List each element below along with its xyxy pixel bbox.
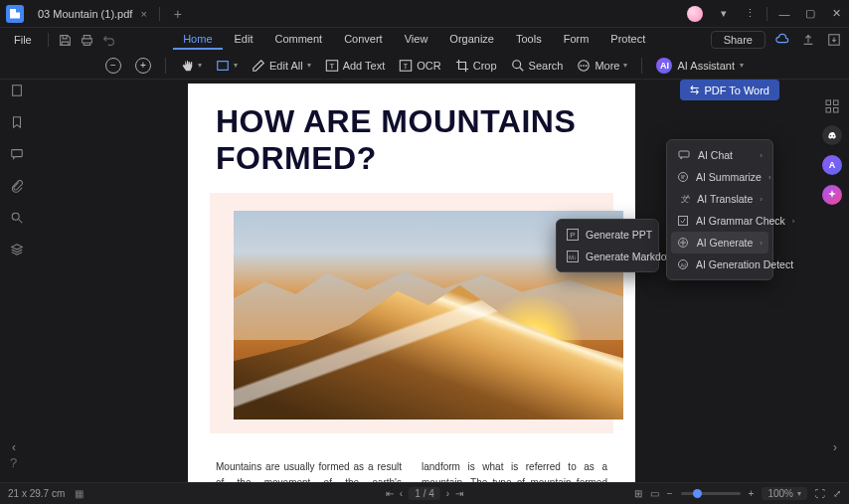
page-indicator[interactable]: 1 / 4 <box>409 487 440 500</box>
layers-icon[interactable] <box>8 241 26 258</box>
tab-convert[interactable]: Convert <box>334 30 393 50</box>
share-button[interactable]: Share <box>711 31 765 49</box>
ai-chat-item[interactable]: AI Chat› <box>671 144 768 166</box>
svg-text:AI: AI <box>680 262 686 268</box>
grid-view-icon[interactable] <box>823 97 841 115</box>
close-window-button[interactable]: ✕ <box>823 0 849 28</box>
menubar: File Home Edit Comment Convert View Orga… <box>0 28 849 52</box>
generate-ppt-item[interactable]: P Generate PPT <box>561 224 654 246</box>
column-2: landform is what is referred to as a mou… <box>422 459 607 482</box>
ai-sidebar-icon[interactable]: A <box>822 155 842 175</box>
search-panel-icon[interactable] <box>8 209 26 227</box>
save-icon[interactable] <box>57 31 75 49</box>
tab-home[interactable]: Home <box>173 30 222 50</box>
left-sidebar <box>0 80 34 482</box>
ai-assistant-button[interactable]: AIAI Assistant▾ <box>652 56 747 76</box>
chevron-right-icon: › <box>760 151 763 160</box>
chat-icon <box>677 148 691 162</box>
undo-icon[interactable] <box>100 31 118 49</box>
search-tool[interactable]: Search <box>507 57 568 75</box>
ai-grammar-label: AI Grammar Check <box>696 215 785 227</box>
more-icon[interactable]: ⋮ <box>737 0 763 28</box>
sparkle-icon[interactable] <box>822 185 842 205</box>
document-tab[interactable]: 03 Mountain (1).pdf × <box>30 0 155 27</box>
cloud-sync-icon[interactable] <box>773 31 791 49</box>
ai-generate-item[interactable]: AI Generate› <box>671 232 768 253</box>
first-page-button[interactable]: ⇤ <box>386 488 394 499</box>
fit-width-icon[interactable]: ⊞ <box>634 488 642 499</box>
ai-icon: AI <box>656 58 672 74</box>
titlebar: 03 Mountain (1).pdf × + ▾ ⋮ — ▢ ✕ <box>0 0 849 28</box>
ai-detect-item[interactable]: AIAI Generation Detect <box>671 253 768 275</box>
last-page-button[interactable]: ⇥ <box>455 488 463 499</box>
ai-translate-item[interactable]: 文AAI Translate› <box>671 188 768 210</box>
discord-icon[interactable] <box>822 125 842 145</box>
svg-rect-27 <box>834 100 839 105</box>
select-tool[interactable]: ▾ <box>212 57 242 75</box>
tab-tools[interactable]: Tools <box>506 30 552 50</box>
page-total: / 4 <box>424 488 434 499</box>
crop-tool[interactable]: Crop <box>451 57 501 75</box>
pdf-to-word-button[interactable]: PDF To Word <box>680 80 779 100</box>
svg-text:M↓: M↓ <box>569 254 577 260</box>
tab-protect[interactable]: Protect <box>600 30 655 50</box>
comment-panel-icon[interactable] <box>8 145 26 163</box>
print-icon[interactable] <box>79 31 96 49</box>
more-tool[interactable]: More▾ <box>573 57 631 75</box>
maximize-button[interactable]: ▢ <box>797 0 823 28</box>
toolbar: − + ▾ ▾ Edit All▾ TAdd Text TOCR Crop Se… <box>0 52 849 80</box>
bookmark-icon[interactable] <box>8 113 26 131</box>
tab-organize[interactable]: Organize <box>439 30 504 50</box>
ruler-icon[interactable]: ▦ <box>75 488 84 499</box>
document-page: HOW ARE MOUNTAINS FORMED? Mountains are … <box>188 84 635 482</box>
svg-point-13 <box>12 213 19 220</box>
upload-icon[interactable] <box>799 31 817 49</box>
zoom-slider[interactable] <box>681 492 741 495</box>
prev-page-button[interactable]: ‹ <box>400 488 403 499</box>
edit-all-label: Edit All <box>269 60 303 72</box>
help-icon[interactable]: ? <box>10 455 17 470</box>
ai-chat-label: AI Chat <box>698 149 733 161</box>
fullscreen-icon[interactable]: ⤢ <box>833 488 841 499</box>
dropdown-icon[interactable]: ▾ <box>711 0 737 28</box>
svg-point-6 <box>512 60 520 68</box>
attachment-icon[interactable] <box>8 177 26 195</box>
next-nav-button[interactable]: › <box>833 440 837 454</box>
detect-icon: AI <box>677 257 689 271</box>
next-page-button[interactable]: › <box>446 488 449 499</box>
ai-summarize-label: AI Summarize <box>696 171 762 183</box>
avatar[interactable] <box>687 6 703 22</box>
tab-form[interactable]: Form <box>554 30 599 50</box>
tab-view[interactable]: View <box>395 30 438 50</box>
export-icon[interactable] <box>825 31 843 49</box>
single-page-icon[interactable]: ▭ <box>650 488 659 499</box>
ocr-tool[interactable]: TOCR <box>395 57 444 75</box>
edit-all-tool[interactable]: Edit All▾ <box>248 57 315 75</box>
thumbnail-icon[interactable] <box>8 82 26 99</box>
chevron-right-icon: › <box>760 239 763 248</box>
zoom-out-button[interactable]: − <box>101 56 125 76</box>
zoom-out-icon[interactable]: − <box>667 488 673 499</box>
tab-edit[interactable]: Edit <box>225 30 263 50</box>
hand-tool[interactable]: ▾ <box>176 57 206 75</box>
add-text-tool[interactable]: TAdd Text <box>321 57 390 75</box>
zoom-level[interactable]: 100%▾ <box>762 487 807 500</box>
fit-page-icon[interactable]: ⛶ <box>815 488 825 499</box>
zoom-in-icon[interactable]: + <box>749 488 755 499</box>
zoom-in-button[interactable]: + <box>131 56 155 76</box>
svg-text:T: T <box>329 62 334 71</box>
prev-nav-button[interactable]: ‹ <box>12 440 16 454</box>
ai-summarize-item[interactable]: AI Summarize› <box>671 166 768 188</box>
statusbar: 21 x 29.7 cm ▦ ⇤ ‹ 1 / 4 › ⇥ ⊞ ▭ − + 100… <box>0 482 849 504</box>
generate-icon <box>677 236 690 250</box>
close-tab-icon[interactable]: × <box>140 8 146 20</box>
ai-grammar-item[interactable]: AI Grammar Check› <box>671 210 768 232</box>
minimize-button[interactable]: — <box>771 0 797 28</box>
file-menu[interactable]: File <box>6 32 40 48</box>
right-sidebar: A <box>815 80 849 482</box>
markdown-icon: M↓ <box>567 250 579 263</box>
new-tab-button[interactable]: + <box>164 6 192 22</box>
document-canvas[interactable]: PDF To Word HOW ARE MOUNTAINS FORMED? Mo… <box>34 80 815 482</box>
generate-markdown-item[interactable]: M↓ Generate Markdown <box>561 246 654 267</box>
tab-comment[interactable]: Comment <box>264 30 332 50</box>
